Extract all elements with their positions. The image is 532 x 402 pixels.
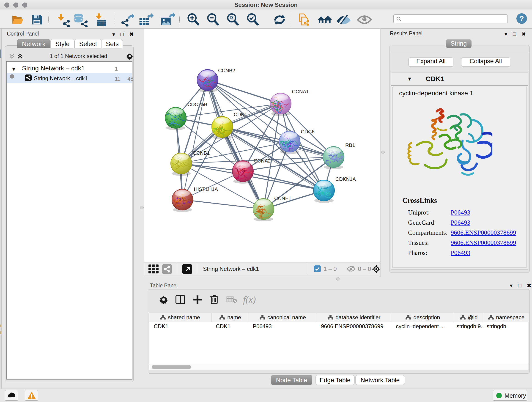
svg-text:CCNB2: CCNB2 xyxy=(218,68,235,73)
svg-text:HIST1H1A: HIST1H1A xyxy=(194,186,218,192)
svg-text:CCNB1: CCNB1 xyxy=(193,150,210,156)
svg-text:CCNA1: CCNA1 xyxy=(292,89,309,95)
svg-text:CDKN1A: CDKN1A xyxy=(336,176,356,182)
svg-text:CDC6: CDC6 xyxy=(301,129,315,134)
svg-text:CDC25B: CDC25B xyxy=(187,102,207,107)
svg-text:CDK1: CDK1 xyxy=(234,112,247,117)
svg-text:CCNA2: CCNA2 xyxy=(254,158,271,164)
svg-text:CCNE1: CCNE1 xyxy=(274,196,291,201)
svg-text:RB1: RB1 xyxy=(345,142,355,148)
